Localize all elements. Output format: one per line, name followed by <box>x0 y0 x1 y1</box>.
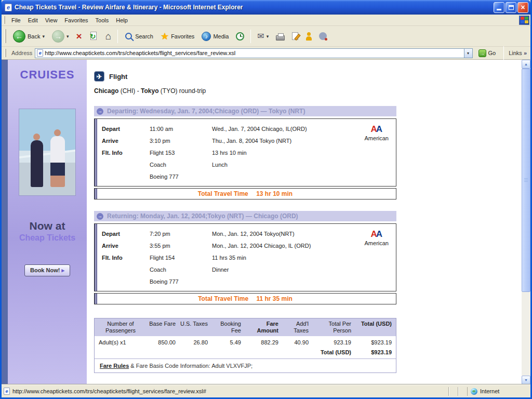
home-button[interactable]: ⌂ <box>102 29 114 44</box>
toolbar-separator <box>117 30 118 43</box>
minimize-button[interactable] <box>494 2 504 13</box>
menu-help[interactable]: Help <box>112 16 131 25</box>
search-button[interactable]: Search <box>121 30 156 43</box>
book-now-button[interactable]: Book Now! ▸ <box>24 264 70 276</box>
go-button[interactable]: → Go <box>475 48 499 59</box>
back-button[interactable]: ← Back ▾ <box>10 28 48 45</box>
go-icon: → <box>478 49 486 57</box>
refresh-button[interactable]: ↻ <box>86 29 101 44</box>
cta-arrow-icon: ▸ <box>61 267 64 273</box>
status-page-icon: e <box>4 388 10 395</box>
returning-section-header: → Returning: Monday, Jan. 12, 2004;Tokyo… <box>94 211 396 221</box>
maximize-button[interactable] <box>506 2 516 13</box>
row-label <box>102 276 150 288</box>
row-detail: Dinner <box>212 264 396 276</box>
search-icon <box>125 33 132 39</box>
returning-header-text: Returning: Monday, Jan. 12, 2004;Tokyo (… <box>107 212 298 220</box>
history-button[interactable] <box>233 30 247 43</box>
close-button[interactable]: × <box>517 2 528 13</box>
ad-heading: CRUISES <box>8 68 87 82</box>
total-travel-time-label: Total Travel Time <box>198 190 248 197</box>
links-bar[interactable]: Links » <box>509 50 528 56</box>
menu-edit[interactable]: Edit <box>24 16 42 25</box>
row-label: Arrive <box>102 135 150 147</box>
media-button[interactable]: ♪ Media <box>198 30 232 43</box>
route-trip-type: round-trip <box>179 87 206 95</box>
fare-rules-link[interactable]: Fare Rules <box>100 363 129 369</box>
row-time: Boeing 777 <box>150 276 212 288</box>
scroll-down-button[interactable]: ▼ <box>522 376 530 384</box>
windows-brand-icon <box>519 16 529 25</box>
forward-icon: → <box>52 30 64 43</box>
row-label: Depart <box>102 228 150 240</box>
row-label: Depart <box>102 123 150 135</box>
row-detail: Lunch <box>212 159 396 171</box>
row-time: 7:20 pm <box>150 228 212 240</box>
status-e-glyph: e <box>5 389 8 394</box>
menu-view[interactable]: View <box>42 16 61 25</box>
stop-icon: × <box>76 31 82 42</box>
address-input[interactable] <box>43 50 463 56</box>
page-left-strip <box>2 60 8 384</box>
row-detail <box>212 276 396 288</box>
title-bar[interactable]: e Cheap Tickets Travel - Review Airfare … <box>2 0 530 15</box>
edit-button[interactable] <box>289 30 301 42</box>
print-icon <box>276 35 285 41</box>
row-time: Flight 154 <box>150 252 212 264</box>
total-travel-time-value: 11 hr 35 min <box>256 295 292 302</box>
returning-flight-box: AA American Depart 7:20 pm Mon., Jan. 12… <box>94 223 396 291</box>
menu-favorites[interactable]: Favorites <box>61 16 91 25</box>
discuss-button[interactable] <box>316 30 330 42</box>
scrollbar-track[interactable] <box>522 69 530 376</box>
back-dropdown-icon[interactable]: ▾ <box>42 34 45 39</box>
favorites-button[interactable]: ★ Favorites <box>157 29 197 44</box>
messenger-icon <box>305 32 312 41</box>
fare-cell: 26.80 <box>180 336 212 348</box>
fare-cell: $923.19 <box>355 336 396 348</box>
maximize-icon <box>509 5 514 10</box>
search-label: Search <box>135 33 153 39</box>
status-pane <box>458 387 467 396</box>
mail-dropdown-icon[interactable]: ▾ <box>267 34 269 39</box>
aa-logo-icon: AA <box>370 232 382 238</box>
refresh-icon: ↻ <box>89 31 98 42</box>
addressbar-grip <box>5 49 7 58</box>
address-input-wrap[interactable]: e ▾ <box>35 48 472 58</box>
route-code-2: (TYO) <box>161 87 178 95</box>
total-travel-time-value: 13 hr 10 min <box>256 190 292 197</box>
stop-button[interactable]: × <box>73 29 85 44</box>
history-icon <box>236 32 244 41</box>
fare-total-value: $923.19 <box>355 348 396 358</box>
row-detail: 13 hrs 10 min <box>212 147 396 159</box>
airline-name: American <box>365 240 389 246</box>
favorites-label: Favorites <box>171 33 194 39</box>
home-icon: ⌂ <box>105 31 111 42</box>
status-left: e http://www.cheaptickets.com/trs/cheapt… <box>4 388 448 395</box>
flight-row: Flt. Info Flight 154 11 hrs 35 min <box>102 252 396 264</box>
forward-button[interactable]: → ▾ <box>49 28 72 45</box>
window-title: Cheap Tickets Travel - Review Airfare & … <box>15 4 494 11</box>
ad-couple-photo[interactable] <box>19 109 76 196</box>
fare-cell: 5.49 <box>212 336 245 348</box>
scrollbar-thumb[interactable] <box>522 69 530 292</box>
cruises-ad-banner[interactable]: CRUISES Now at Cheap Tickets Book Now! ▸ <box>8 60 87 384</box>
flight-row: Depart 7:20 pm Mon., Jan. 12, 2004 Tokyo… <box>102 228 396 240</box>
minimize-icon <box>497 9 501 10</box>
print-button[interactable] <box>273 30 288 43</box>
airplane-icon: ✈ <box>94 71 104 82</box>
row-label <box>102 264 150 276</box>
fare-header-cell: Fare Amount <box>245 318 283 336</box>
mail-button[interactable]: ✉ ▾ <box>254 30 272 43</box>
flight-row: Arrive 3:55 pm Mon., Jan. 12, 2004 Chica… <box>102 240 396 252</box>
menu-tools[interactable]: Tools <box>92 16 113 25</box>
messenger-button[interactable] <box>302 30 315 43</box>
address-dropdown-button[interactable]: ▾ <box>464 49 472 58</box>
total-travel-time-label: Total Travel Time <box>198 295 248 302</box>
row-label: Flt. Info <box>102 252 150 264</box>
departing-flight-box: AA American Depart 11:00 am Wed., Jan. 7… <box>94 118 396 187</box>
page-viewport: CRUISES Now at Cheap Tickets Book Now! ▸… <box>2 60 530 384</box>
page-icon: e <box>37 49 43 57</box>
vertical-scrollbar[interactable]: ▲ ▼ <box>522 60 530 384</box>
menu-file[interactable]: File <box>8 16 24 25</box>
scroll-up-button[interactable]: ▲ <box>522 60 530 69</box>
